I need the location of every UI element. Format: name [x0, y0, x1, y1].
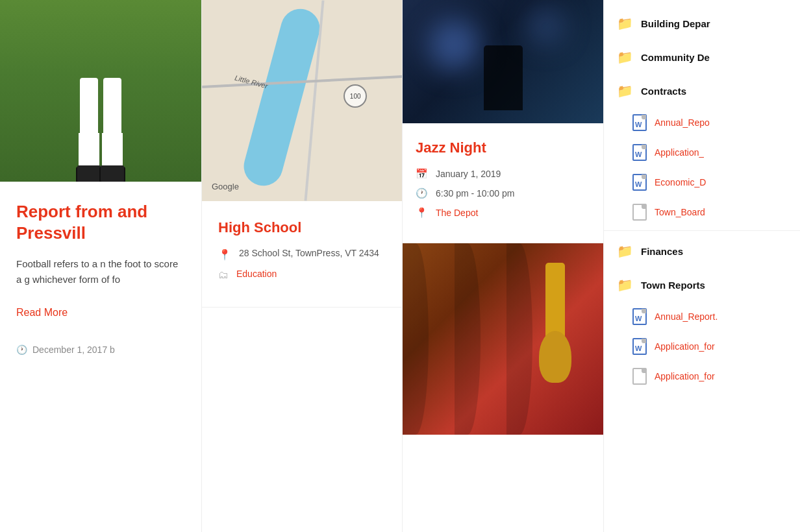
clock-icon: 🕐: [16, 345, 27, 355]
performer-silhouette: [484, 45, 523, 110]
curtain-fold-3: [506, 243, 532, 435]
road-number: 100: [344, 84, 367, 108]
folder-name-town-reports: Town Reports: [641, 280, 705, 291]
event-hero-image: [403, 0, 604, 123]
curtain-fold-1: [403, 243, 429, 435]
curtain-image: [403, 243, 604, 435]
file-application-1[interactable]: Application_: [604, 138, 800, 167]
folder-icon-building: 📁: [617, 16, 633, 31]
clock-icon-event: 🕐: [416, 187, 428, 199]
file-browser-column: 📁 Building Depar 📁 Community De 📁 Contra…: [604, 0, 800, 532]
calendar-icon: 📅: [416, 168, 428, 180]
folder-name-building: Building Depar: [641, 18, 710, 29]
file-name-application-2: Application_for: [655, 341, 715, 352]
file-town-board[interactable]: Town_Board: [604, 197, 800, 227]
file-application-3[interactable]: Application_for: [604, 361, 800, 391]
event-title: Jazz Night: [416, 139, 590, 156]
player-decoration: [80, 78, 121, 182]
folder-name-community: Community De: [641, 52, 710, 63]
doc-icon-2: [632, 368, 647, 385]
curtain-fold-2: [455, 243, 481, 435]
blog-title: Report from and Pressvill: [16, 201, 185, 243]
folder-finances[interactable]: 📁 Finances: [604, 234, 800, 268]
blog-meta: 🕐 December 1, 2017 b: [16, 345, 185, 355]
stage-light-2: [526, 6, 565, 45]
location-column: Little River 100 Google High School 📍 28…: [201, 0, 403, 532]
event-location-row: 📍 The Depot: [416, 207, 590, 219]
location-title: High School: [218, 219, 386, 236]
blog-content: Report from and Pressvill Football refer…: [0, 182, 201, 374]
river-decoration: [240, 5, 324, 190]
file-annual-report[interactable]: Annual_Report.: [604, 302, 800, 332]
location-category: Education: [236, 269, 277, 279]
location-card: High School 📍 28 School St, TownPress, V…: [202, 201, 402, 308]
event-location: The Depot: [436, 208, 478, 218]
word-icon-4: [632, 308, 647, 325]
file-name-application-1: Application_: [655, 147, 704, 158]
folder-name-finances: Finances: [641, 246, 683, 257]
word-icon-2: [632, 144, 647, 161]
blog-body: Football refers to a n the foot to score…: [16, 256, 185, 287]
event-date-row: 📅 January 1, 2019: [416, 168, 590, 180]
file-name-annual-report: Annual_Report.: [655, 311, 718, 322]
blog-post-column: Report from and Pressvill Football refer…: [0, 0, 201, 532]
pin-icon-event: 📍: [416, 207, 428, 219]
location-address: 28 School St, TownPress, VT 2434: [239, 248, 379, 258]
event-date: January 1, 2019: [436, 169, 501, 179]
file-name-economic: Economic_D: [655, 177, 706, 187]
blog-hero-image: [0, 0, 201, 182]
event-card: Jazz Night 📅 January 1, 2019 🕐 6:30 pm -…: [403, 123, 603, 243]
event-time: 6:30 pm - 10:00 pm: [436, 188, 514, 199]
file-economic[interactable]: Economic_D: [604, 167, 800, 197]
folder-town-reports[interactable]: 📁 Town Reports: [604, 268, 800, 302]
location-category-row: 🗂 Education: [218, 269, 386, 281]
map-image: Little River 100 Google: [202, 0, 403, 201]
location-address-row: 📍 28 School St, TownPress, VT 2434: [218, 248, 386, 261]
file-application-2[interactable]: Application_for: [604, 332, 800, 361]
file-name-town-board: Town_Board: [655, 207, 705, 217]
google-attribution: Google: [212, 182, 239, 191]
file-name-annual-repo: Annual_Repo: [655, 117, 710, 128]
read-more-link[interactable]: Read More: [16, 307, 185, 319]
folder-building-dept[interactable]: 📁 Building Depar: [604, 6, 800, 40]
folder-community-dev[interactable]: 📁 Community De: [604, 40, 800, 74]
concert-decoration: [403, 0, 604, 123]
folder-icon-contracts: 📁: [617, 83, 633, 99]
folder-icon-town-reports: 📁: [617, 277, 633, 293]
file-name-application-3: Application_for: [655, 371, 715, 381]
word-icon-3: [632, 174, 647, 191]
folder-contracts[interactable]: 📁 Contracts: [604, 74, 800, 108]
folder-small-icon: 🗂: [218, 269, 229, 281]
doc-icon-1: [632, 204, 647, 221]
event-column: Jazz Night 📅 January 1, 2019 🕐 6:30 pm -…: [403, 0, 604, 532]
event-time-row: 🕐 6:30 pm - 10:00 pm: [416, 187, 590, 199]
divider-1: [604, 230, 800, 231]
word-icon-5: [632, 338, 647, 355]
river-label: Little River: [234, 73, 268, 90]
stage-light-1: [429, 19, 481, 71]
folder-name-contracts: Contracts: [641, 86, 686, 97]
folder-icon-community: 📁: [617, 49, 633, 65]
blog-date: December 1, 2017 b: [32, 345, 115, 355]
word-icon-1: [632, 114, 647, 131]
pin-icon: 📍: [218, 248, 231, 261]
file-annual-repo[interactable]: Annual_Repo: [604, 108, 800, 138]
curtain-tassel: [539, 331, 571, 383]
folder-icon-finances: 📁: [617, 243, 633, 259]
